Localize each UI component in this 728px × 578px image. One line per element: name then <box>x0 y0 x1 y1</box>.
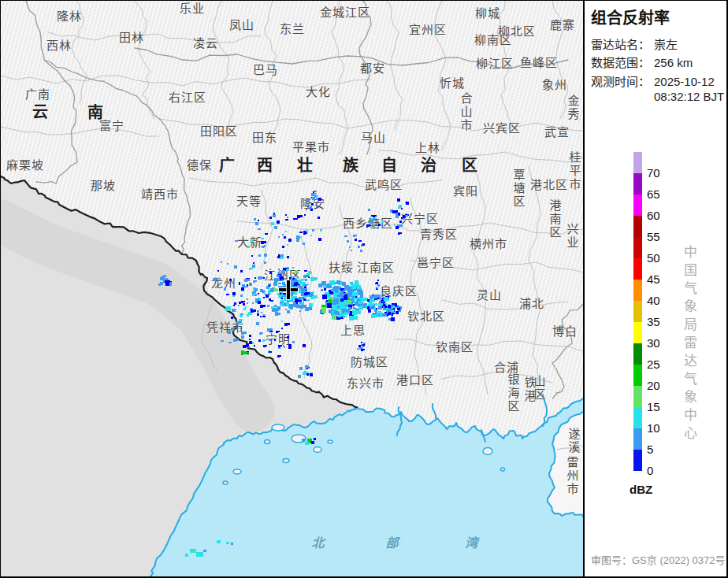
colorbar-tick-label: 45 <box>647 272 670 286</box>
colorbar-segment <box>633 216 642 237</box>
radar-station-marker-icon <box>279 280 298 299</box>
info-sidebar: 组合反射率 雷达站名：崇左 数据范围：256 km 观测时间：2025-10-1… <box>583 1 728 576</box>
colorbar-segment <box>633 173 642 195</box>
colorbar-tick-label: 65 <box>647 187 670 201</box>
station-row: 雷达站名：崇左 <box>591 35 678 52</box>
colorbar-segment <box>633 343 642 365</box>
station-label: 雷达站名： <box>591 35 654 52</box>
colorbar-tick-label: 55 <box>647 230 670 243</box>
colorbar-segment <box>633 386 642 407</box>
radar-app-window: 隆林乐业凤山东兰金城江区柳城鹿寨宜州区柳北区柳南区凌云西林田林巴马都安柳江区鱼峰… <box>0 0 728 578</box>
colorbar-segment <box>633 365 642 386</box>
colorbar-segment <box>633 280 642 301</box>
time-label: 观测时间： <box>591 72 654 89</box>
radar-map: 隆林乐业凤山东兰金城江区柳城鹿寨宜州区柳北区柳南区凌云西林田林巴马都安柳江区鱼峰… <box>1 1 583 576</box>
time-row: 观测时间：2025-10-12 <box>591 72 715 89</box>
colorbar-tick-label: 20 <box>647 379 670 392</box>
map-approval-number: 审图号：GS京 (2022) 0372号 <box>591 552 726 567</box>
colorbar-tick-label: 5 <box>647 443 670 456</box>
time-date: 2025-10-12 <box>654 75 715 88</box>
colorbar-tick-label: 35 <box>647 315 670 328</box>
time-clock: 08:32:12 BJT <box>654 90 724 103</box>
colorbar-tick-label: 40 <box>647 294 670 307</box>
colorbar-tick-label: 60 <box>647 209 670 222</box>
agency-watermark: 中国气象局雷达气象中心 <box>679 245 699 444</box>
colorbar-tick-label: 15 <box>647 400 670 413</box>
reflectivity-colorbar <box>633 152 642 471</box>
colorbar-tick-label: 0 <box>647 464 670 477</box>
colorbar-segment <box>633 195 642 216</box>
colorbar-segment <box>633 322 642 343</box>
range-value: 256 km <box>654 56 693 69</box>
colorbar-tick-label: 10 <box>647 421 670 435</box>
colorbar-tick-label: 50 <box>647 251 670 265</box>
colorbar-segment <box>633 450 642 471</box>
colorbar-unit: dBZ <box>630 483 652 496</box>
range-row: 数据范围：256 km <box>591 54 693 70</box>
colorbar-segment <box>633 428 642 450</box>
colorbar-tick-label: 25 <box>647 358 670 371</box>
colorbar-tick-label: 30 <box>647 336 670 350</box>
product-title: 组合反射率 <box>591 6 670 28</box>
colorbar-segment <box>633 301 642 322</box>
range-label: 数据范围： <box>591 54 654 70</box>
station-value: 崇左 <box>654 35 678 52</box>
colorbar-tick-label: 70 <box>647 166 670 180</box>
colorbar-segment <box>633 152 642 173</box>
colorbar-segment <box>633 407 642 428</box>
colorbar-segment <box>633 258 642 280</box>
colorbar-segment <box>633 237 642 258</box>
